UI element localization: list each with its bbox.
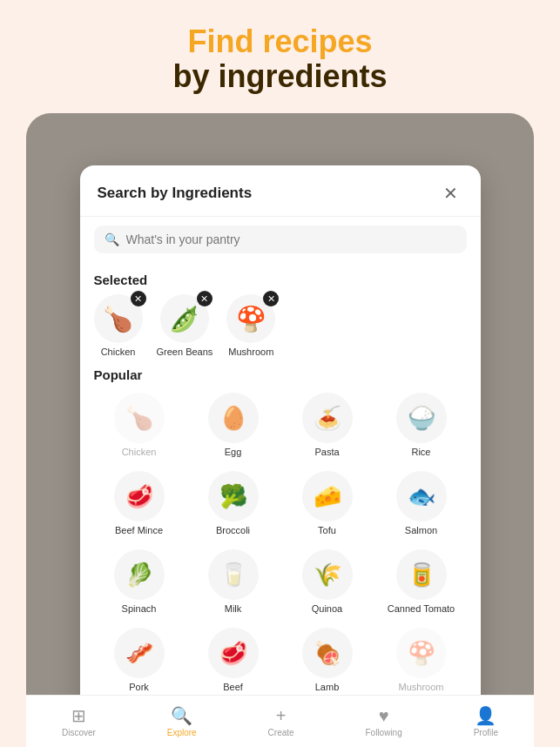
ingredient-image: 🥓 — [114, 628, 165, 678]
popular-ingredient-pork[interactable]: 🥓 Pork — [94, 624, 185, 696]
nav-item-profile[interactable]: 👤 Profile — [474, 705, 498, 737]
popular-ingredient-rice[interactable]: 🍚 Rice — [376, 389, 467, 461]
ingredient-label: Egg — [225, 447, 242, 457]
ingredient-label: Chicken — [122, 447, 157, 457]
nav-label-explore: Explore — [167, 728, 197, 737]
ingredient-image: 🫛 ✕ — [160, 294, 209, 343]
ingredient-image: 🥩 — [208, 628, 259, 678]
nav-item-explore[interactable]: 🔍 Explore — [167, 705, 197, 737]
ingredient-image: 🥛 — [208, 549, 259, 600]
ingredient-label: Mushroom — [228, 347, 273, 357]
ingredient-image: 🍝 — [302, 393, 353, 443]
popular-ingredient-quinoa[interactable]: 🌾 Quinoa — [282, 546, 373, 617]
nav-item-discover[interactable]: ⊞ Discover — [62, 705, 96, 737]
ingredient-label: Green Beans — [157, 347, 213, 357]
nav-item-create[interactable]: + Create — [268, 706, 294, 737]
bottom-nav: ⊞ Discover 🔍 Explore + Create ♥ Followin… — [26, 695, 534, 747]
popular-ingredient-salmon[interactable]: 🐟 Salmon — [376, 468, 467, 539]
app-background: Search by Ingredients ✕ 🔍 Selected 🍗 ✕ C… — [26, 113, 534, 747]
search-input-wrap: 🔍 — [94, 225, 467, 253]
popular-ingredient-pasta[interactable]: 🍝 Pasta — [282, 389, 373, 461]
popular-label: Popular — [94, 367, 467, 382]
selected-ingredient-mushroom-sel[interactable]: 🍄 ✕ Mushroom — [226, 294, 275, 357]
ingredient-label: Quinoa — [312, 603, 342, 614]
popular-ingredient-canned-tomato[interactable]: 🥫 Canned Tomato — [376, 546, 467, 617]
header-line1: Find recipes — [17, 24, 543, 59]
selected-ingredient-greenbeans-sel[interactable]: 🫛 ✕ Green Beans — [157, 294, 213, 357]
popular-ingredient-beef[interactable]: 🥩 Beef — [188, 624, 279, 696]
ingredient-label: Pork — [129, 682, 149, 692]
ingredient-image: 🥦 — [208, 471, 259, 522]
modal-body: Selected 🍗 ✕ Chicken 🫛 ✕ Green Beans 🍄 ✕… — [80, 262, 481, 714]
ingredient-search-input[interactable] — [126, 232, 456, 246]
nav-item-following[interactable]: ♥ Following — [366, 706, 402, 737]
ingredient-image: 🥫 — [396, 549, 447, 600]
popular-ingredient-chicken[interactable]: 🍗 Chicken — [94, 389, 185, 461]
nav-label-profile: Profile — [474, 728, 498, 737]
ingredient-image: 🧀 — [302, 471, 353, 522]
popular-ingredient-beef-mince[interactable]: 🥩 Beef Mince — [94, 468, 185, 539]
search-icon: 🔍 — [105, 232, 119, 246]
ingredient-image: 🥬 — [114, 549, 165, 600]
ingredient-image: 🥚 — [208, 393, 259, 443]
popular-ingredients-grid: 🍗 Chicken 🥚 Egg 🍝 Pasta 🍚 Rice 🥩 Beef Mi… — [94, 389, 467, 714]
remove-ingredient-greenbeans-sel[interactable]: ✕ — [197, 291, 213, 306]
nav-label-following: Following — [366, 728, 402, 737]
ingredient-search-modal: Search by Ingredients ✕ 🔍 Selected 🍗 ✕ C… — [80, 165, 481, 747]
nav-icon-discover: ⊞ — [71, 705, 86, 726]
ingredient-image: 🥩 — [114, 471, 165, 522]
modal-close-button[interactable]: ✕ — [439, 181, 463, 205]
ingredient-label: Tofu — [318, 525, 336, 535]
modal-title: Search by Ingredients — [98, 185, 253, 202]
ingredient-image: 🍚 — [396, 393, 447, 443]
nav-icon-create: + — [276, 706, 287, 726]
remove-ingredient-chicken-sel[interactable]: ✕ — [131, 291, 146, 306]
ingredient-label: Mushroom — [399, 682, 444, 692]
popular-ingredient-egg[interactable]: 🥚 Egg — [188, 389, 279, 461]
ingredient-label: Lamb — [315, 682, 340, 692]
selected-ingredients-row: 🍗 ✕ Chicken 🫛 ✕ Green Beans 🍄 ✕ Mushroom — [94, 294, 467, 357]
modal-search-area: 🔍 — [80, 217, 481, 262]
ingredient-image: 🍄 ✕ — [226, 294, 275, 343]
ingredient-image: 🍗 — [114, 393, 165, 443]
nav-icon-profile: 👤 — [475, 705, 496, 726]
ingredient-label: Beef Mince — [115, 525, 163, 535]
ingredient-label: Spinach — [122, 603, 157, 614]
ingredient-label: Milk — [225, 603, 242, 614]
header-line2: by ingredients — [17, 59, 543, 94]
remove-ingredient-mushroom-sel[interactable]: ✕ — [263, 291, 279, 306]
popular-ingredient-milk[interactable]: 🥛 Milk — [188, 546, 279, 617]
ingredient-image: 🍄 — [396, 628, 447, 678]
ingredient-image: 🍖 — [302, 628, 353, 678]
nav-label-create: Create — [268, 728, 294, 737]
popular-ingredient-lamb[interactable]: 🍖 Lamb — [282, 624, 373, 696]
ingredient-image: 🐟 — [396, 471, 447, 522]
selected-ingredient-chicken-sel[interactable]: 🍗 ✕ Chicken — [94, 294, 143, 357]
modal-header: Search by Ingredients ✕ — [80, 165, 481, 217]
selected-label: Selected — [94, 273, 467, 287]
ingredient-image: 🌾 — [302, 549, 353, 600]
nav-icon-explore: 🔍 — [171, 705, 192, 726]
popular-ingredient-broccoli[interactable]: 🥦 Broccoli — [188, 468, 279, 539]
ingredient-label: Canned Tomato — [388, 603, 455, 614]
ingredient-label: Broccoli — [216, 525, 250, 535]
ingredient-image: 🍗 ✕ — [94, 294, 143, 343]
popular-ingredient-tofu[interactable]: 🧀 Tofu — [282, 468, 373, 539]
ingredient-label: Chicken — [101, 347, 136, 357]
ingredient-label: Beef — [223, 682, 243, 692]
modal-overlay: Search by Ingredients ✕ 🔍 Selected 🍗 ✕ C… — [26, 113, 534, 747]
popular-ingredient-spinach[interactable]: 🥬 Spinach — [94, 546, 185, 617]
header: Find recipes by ingredients — [0, 0, 560, 111]
nav-icon-following: ♥ — [379, 706, 389, 726]
nav-label-discover: Discover — [62, 728, 96, 737]
popular-ingredient-mushroom[interactable]: 🍄 Mushroom — [376, 624, 467, 696]
ingredient-label: Salmon — [405, 525, 437, 535]
ingredient-label: Pasta — [314, 447, 339, 457]
ingredient-label: Rice — [411, 447, 430, 457]
